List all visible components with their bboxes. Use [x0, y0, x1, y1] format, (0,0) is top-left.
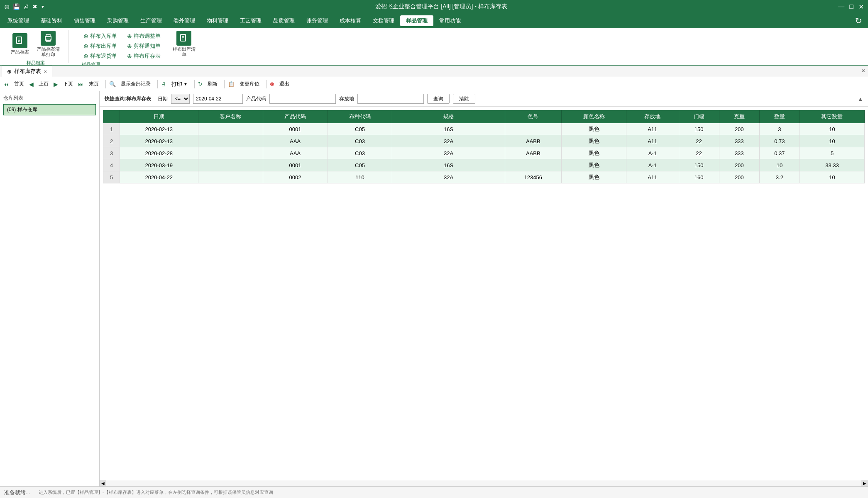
- minimize-button[interactable]: —: [838, 3, 844, 11]
- query-storage-input[interactable]: [357, 94, 424, 104]
- menu-basic[interactable]: 基础资料: [35, 15, 68, 26]
- table-row[interactable]: 42020-03-190001C0516S黑色A-11502001033.33: [103, 159, 865, 171]
- menu-material[interactable]: 物料管理: [201, 15, 234, 26]
- menu-quality[interactable]: 品质管理: [267, 15, 301, 26]
- table-row[interactable]: 52020-04-22000211032A123456黑色A111602003.…: [103, 171, 865, 183]
- first-page-icon[interactable]: ⏮: [3, 81, 9, 88]
- prev-page-icon[interactable]: ◀: [29, 81, 34, 88]
- table-cell: AABB: [505, 135, 561, 147]
- scroll-right-button[interactable]: ▶: [861, 480, 868, 487]
- table-cell: 5: [103, 171, 120, 183]
- col-spec: 规格: [392, 110, 505, 123]
- menu-accounting[interactable]: 账务管理: [301, 15, 334, 26]
- menu-common[interactable]: 常用功能: [433, 15, 467, 26]
- show-all-button[interactable]: 显示全部记录: [117, 79, 154, 89]
- tab-sample-stock[interactable]: ⊕ 样布库存表 ✕: [2, 66, 52, 77]
- table-cell: 10: [800, 171, 864, 183]
- table-cell: 0002: [263, 171, 328, 183]
- table-cell: 2020-02-28: [120, 147, 198, 159]
- menu-production[interactable]: 生产管理: [134, 15, 168, 26]
- quick-access-dropdown[interactable]: ▼: [41, 5, 45, 9]
- sample-in-icon: ⊕: [83, 33, 88, 39]
- table-cell: 2020-04-22: [120, 171, 198, 183]
- print-button[interactable]: 打印 ▼: [168, 79, 191, 89]
- collapse-button[interactable]: ▲: [858, 96, 863, 102]
- menu-system[interactable]: 系统管理: [2, 15, 35, 26]
- table-cell: 10: [759, 159, 800, 171]
- col-customer: 客户名称: [198, 110, 263, 123]
- table-cell: 200: [719, 123, 759, 135]
- main-content: 仓库列表 (09) 样布仓库 快捷查询:样布库存表 日期 <= >= = < >…: [0, 91, 868, 486]
- quick-access-save[interactable]: 💾: [13, 3, 20, 10]
- col-color-name: 颜色名称: [562, 110, 626, 123]
- clear-button[interactable]: 清除: [453, 94, 475, 104]
- sample-stock-button[interactable]: ⊕ 样布库存表: [125, 51, 162, 61]
- menu-samples[interactable]: 样品管理: [400, 15, 433, 26]
- table-cell: 2020-03-19: [120, 159, 198, 171]
- menu-sales[interactable]: 销售管理: [68, 15, 101, 26]
- next-page-icon[interactable]: ▶: [54, 81, 58, 88]
- tab-strip-close[interactable]: ✕: [861, 68, 866, 74]
- first-page-button[interactable]: 首页: [11, 79, 27, 89]
- table-header-row: 日期 客户名称 产品代码 布种代码 规格 色号 颜色名称 存放地 门幅 克重 数…: [103, 110, 865, 123]
- sidebar-title: 仓库列表: [3, 95, 96, 102]
- table-cell: [198, 171, 263, 183]
- menu-craft[interactable]: 工艺管理: [234, 15, 267, 26]
- query-date-input[interactable]: [193, 94, 243, 104]
- table-cell: [198, 123, 263, 135]
- toolbar-sep-1: [105, 80, 106, 88]
- product-archive-button[interactable]: 产品档案: [8, 32, 32, 56]
- table-cell: 10: [800, 123, 864, 135]
- scroll-track[interactable]: [106, 480, 861, 486]
- sample-adjust-label: 样布调整单: [134, 32, 161, 40]
- quick-access-tools[interactable]: ✖: [32, 3, 37, 10]
- prev-page-button[interactable]: 上页: [35, 79, 52, 89]
- sample-out-button[interactable]: ⊕ 样布出库单: [82, 42, 119, 51]
- refresh-icon[interactable]: ↻: [851, 14, 866, 27]
- title-bar-controls: — □ ✕: [838, 3, 864, 11]
- table-cell: AAA: [263, 147, 328, 159]
- sample-return-icon: ⊕: [83, 53, 88, 59]
- query-product-code-input[interactable]: [269, 94, 336, 104]
- tab-close-button[interactable]: ✕: [44, 69, 47, 74]
- maximize-button[interactable]: □: [849, 3, 853, 11]
- menu-cost[interactable]: 成本核算: [334, 15, 367, 26]
- query-date-operator[interactable]: <= >= = < >: [171, 94, 190, 104]
- scroll-left-button[interactable]: ◀: [100, 480, 106, 487]
- close-button[interactable]: ✕: [858, 3, 864, 11]
- last-page-button[interactable]: 末页: [86, 79, 102, 89]
- table-row[interactable]: 22020-02-13AAAC0332AAABB黑色A11223330.7310: [103, 135, 865, 147]
- next-page-button[interactable]: 下页: [60, 79, 76, 89]
- product-archive-print-icon: [41, 31, 56, 46]
- menu-docs[interactable]: 文档管理: [367, 15, 400, 26]
- table-cell: 32A: [392, 171, 505, 183]
- sidebar-item-warehouse[interactable]: (09) 样布仓库: [3, 104, 96, 115]
- table-cell: 16S: [392, 159, 505, 171]
- col-no: [103, 110, 120, 123]
- toolbar-sep-2: [157, 80, 158, 88]
- last-page-icon[interactable]: ⏭: [78, 81, 84, 88]
- table-cell: C05: [328, 159, 392, 171]
- table-cell: [198, 135, 263, 147]
- change-location-button[interactable]: 变更库位: [236, 79, 263, 89]
- table-cell: 200: [719, 159, 759, 171]
- sample-return-button[interactable]: ⊕ 样布退货单: [82, 51, 119, 61]
- quick-access-print[interactable]: 🖨: [23, 3, 29, 10]
- table-row[interactable]: 32020-02-28AAAC0332AAABB黑色A-1223330.375: [103, 147, 865, 159]
- exit-button[interactable]: 退出: [276, 79, 293, 89]
- sample-in-button[interactable]: ⊕ 样布入库单: [82, 32, 119, 41]
- table-cell: [505, 123, 561, 135]
- refresh-button[interactable]: 刷新: [204, 79, 221, 89]
- product-archive-print-button[interactable]: 产品档案清单打印: [33, 30, 63, 58]
- query-button[interactable]: 查询: [427, 94, 450, 104]
- menu-outsource[interactable]: 委外管理: [168, 15, 201, 26]
- print-dropdown-icon[interactable]: ▼: [183, 82, 188, 86]
- cut-notify-button[interactable]: ⊕ 剪样通知单: [125, 42, 162, 51]
- title-bar-title: 爱招飞企业整合管理平台 [All] [管理员] - 样布库存表: [45, 3, 838, 10]
- table-cell: C03: [328, 147, 392, 159]
- table-row[interactable]: 12020-02-130001C0516S黑色A11150200310: [103, 123, 865, 135]
- sample-adjust-button[interactable]: ⊕ 样布调整单: [125, 32, 162, 41]
- menu-purchase[interactable]: 采购管理: [101, 15, 134, 26]
- table-cell: C03: [328, 135, 392, 147]
- sample-out-list-button[interactable]: 样布出库清单: [169, 30, 199, 58]
